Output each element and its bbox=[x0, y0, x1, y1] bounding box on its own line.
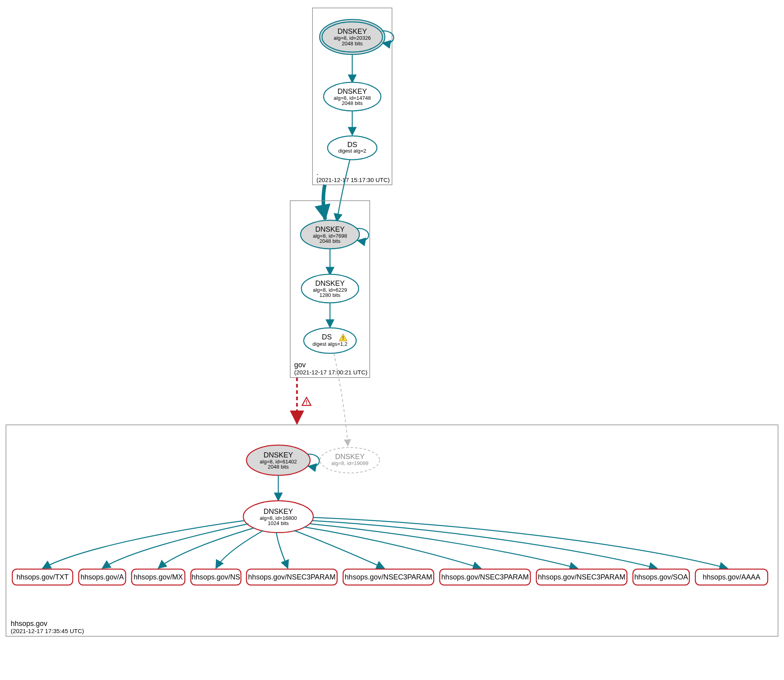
svg-text:2048 bits: 2048 bits bbox=[342, 100, 363, 106]
svg-text:DNSKEY: DNSKEY bbox=[264, 508, 293, 515]
svg-text:hhsops.gov/NSEC3PARAM: hhsops.gov/NSEC3PARAM bbox=[345, 573, 432, 581]
node-dnskey-19099: DNSKEY alg=8, id=19099 bbox=[320, 448, 380, 473]
svg-text:alg=8, id=19099: alg=8, id=19099 bbox=[331, 460, 368, 466]
svg-text:1280 bits: 1280 bits bbox=[320, 292, 341, 298]
edge-root-gov-deleg bbox=[323, 185, 325, 219]
svg-text:DNSKEY: DNSKEY bbox=[338, 87, 367, 95]
error-icon: ! bbox=[302, 397, 311, 405]
svg-text:DNSKEY: DNSKEY bbox=[264, 451, 293, 459]
svg-text:2048 bits: 2048 bits bbox=[320, 238, 341, 244]
svg-text:hhsops.gov/NSEC3PARAM: hhsops.gov/NSEC3PARAM bbox=[441, 573, 529, 581]
zone-root: . (2021-12-17 15:17:30 UTC) DNSKEY alg=8… bbox=[312, 8, 394, 185]
edge-ds-to-19099 bbox=[334, 353, 348, 446]
rrsets: hhsops.gov/TXT hhsops.gov/A hhsops.gov/M… bbox=[12, 517, 768, 585]
node-dnskey-7698: DNSKEY alg=8, id=7698 2048 bits bbox=[301, 220, 359, 249]
node-dnskey-14748: DNSKEY alg=8, id=14748 2048 bits bbox=[324, 82, 381, 111]
svg-text:!: ! bbox=[342, 335, 344, 341]
zone-hhsops-label: hhsops.gov bbox=[11, 620, 47, 628]
svg-text:DS: DS bbox=[347, 141, 357, 149]
svg-text:2048 bits: 2048 bits bbox=[268, 464, 289, 470]
node-dnskey-20326: DNSKEY alg=8, id=20326 2048 bits bbox=[320, 19, 385, 54]
zone-gov: gov (2021-12-17 17:00:21 UTC) DNSKEY alg… bbox=[290, 201, 370, 378]
svg-text:DNSKEY: DNSKEY bbox=[338, 27, 367, 35]
svg-text:hhsops.gov/A: hhsops.gov/A bbox=[80, 573, 124, 581]
svg-text:1024 bits: 1024 bits bbox=[268, 520, 289, 526]
dnssec-diagram: . (2021-12-17 15:17:30 UTC) DNSKEY alg=8… bbox=[0, 0, 784, 680]
svg-text:!: ! bbox=[306, 399, 308, 405]
svg-text:hhsops.gov/AAAA: hhsops.gov/AAAA bbox=[702, 573, 760, 581]
svg-text:digest alg=2: digest alg=2 bbox=[338, 148, 366, 154]
svg-text:DNSKEY: DNSKEY bbox=[315, 225, 345, 233]
svg-text:DNSKEY: DNSKEY bbox=[315, 279, 345, 287]
svg-text:2048 bits: 2048 bits bbox=[342, 41, 363, 46]
svg-text:digest algs=1,2: digest algs=1,2 bbox=[312, 341, 347, 347]
node-ds-root: DS digest alg=2 bbox=[328, 136, 377, 160]
zone-gov-ts: (2021-12-17 17:00:21 UTC) bbox=[294, 369, 367, 376]
svg-text:alg=8, id=20326: alg=8, id=20326 bbox=[334, 35, 371, 41]
node-dnskey-61402: DNSKEY alg=8, id=61402 2048 bits bbox=[246, 445, 310, 475]
zone-hhsops: hhsops.gov (2021-12-17 17:35:45 UTC) DNS… bbox=[6, 425, 778, 636]
svg-text:hhsops.gov/NSEC3PARAM: hhsops.gov/NSEC3PARAM bbox=[538, 573, 625, 581]
zone-root-label: . bbox=[316, 169, 318, 176]
svg-text:hhsops.gov/NS: hhsops.gov/NS bbox=[192, 573, 240, 581]
zone-gov-label: gov bbox=[294, 361, 306, 369]
node-dnskey-6229: DNSKEY alg=8, id=6229 1280 bits bbox=[301, 274, 359, 303]
svg-text:hhsops.gov/SOA: hhsops.gov/SOA bbox=[634, 573, 688, 581]
svg-rect-27 bbox=[6, 425, 778, 636]
zone-hhsops-ts: (2021-12-17 17:35:45 UTC) bbox=[11, 628, 84, 634]
svg-text:hhsops.gov/NSEC3PARAM: hhsops.gov/NSEC3PARAM bbox=[248, 573, 336, 581]
edge-ds-to-7698 bbox=[337, 160, 350, 222]
node-ds-gov: DS digest algs=1,2 ! bbox=[304, 328, 356, 353]
svg-text:DS: DS bbox=[322, 333, 332, 341]
svg-text:DNSKEY: DNSKEY bbox=[335, 453, 365, 461]
zone-root-ts: (2021-12-17 15:17:30 UTC) bbox=[316, 176, 390, 183]
svg-text:hhsops.gov/MX: hhsops.gov/MX bbox=[134, 573, 183, 581]
svg-text:hhsops.gov/TXT: hhsops.gov/TXT bbox=[16, 573, 68, 581]
